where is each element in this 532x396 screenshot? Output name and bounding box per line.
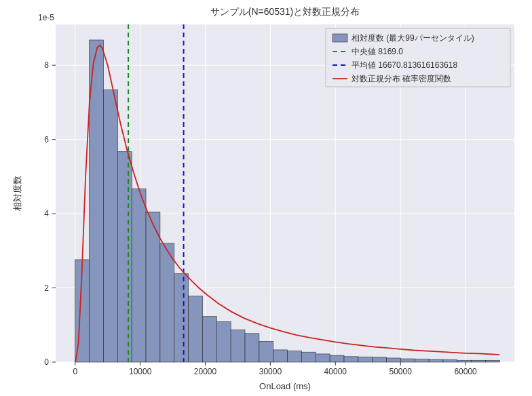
histogram-bar — [301, 352, 316, 362]
histogram-bar — [486, 360, 500, 362]
x-tick-label: 20000 — [194, 367, 217, 376]
legend-label-hist: 相対度数 (最大99パーセンタイル) — [352, 33, 474, 43]
histogram-bar — [415, 359, 429, 362]
histogram-bar — [259, 341, 273, 362]
y-tick-label: 4 — [44, 209, 49, 218]
y-tick-label: 6 — [44, 135, 49, 144]
histogram-bar — [216, 321, 231, 362]
histogram-bar — [189, 296, 203, 362]
x-tick-label: 0 — [73, 367, 77, 376]
histogram-bar — [202, 317, 216, 362]
histogram-bar — [103, 90, 117, 362]
legend-label-pdf: 対数正規分布 確率密度関数 — [352, 74, 451, 83]
x-axis-title: OnLoad (ms) — [259, 381, 311, 391]
y-tick-label: 0 — [44, 357, 49, 367]
histogram-bar — [443, 360, 457, 362]
histogram-bar — [344, 357, 358, 362]
histogram-bar — [457, 360, 472, 362]
legend-label-median: 中央値 8169.0 — [352, 47, 403, 56]
histogram-bar — [472, 360, 486, 362]
histogram-bar — [273, 350, 288, 362]
histogram-bar — [245, 334, 259, 362]
x-tick-label: 40000 — [324, 367, 347, 376]
y-axis-title: 相対度数 — [12, 176, 22, 211]
chart-container: 0100002000030000400005000060000024681e-5… — [0, 0, 532, 396]
histogram-bar — [387, 358, 401, 362]
x-tick-label: 30000 — [259, 367, 282, 376]
histogram-bar — [160, 243, 174, 362]
legend-label-mean: 平均値 16670.813616163618 — [352, 60, 457, 70]
histogram-bar — [231, 330, 245, 362]
legend-swatch-hist — [332, 34, 347, 42]
histogram-bar — [373, 357, 387, 362]
histogram-bar — [358, 357, 373, 362]
y-tick-label: 2 — [44, 283, 49, 293]
histogram-bar — [330, 355, 344, 362]
x-tick-label: 60000 — [454, 367, 477, 376]
y-tick-label: 8 — [44, 60, 49, 70]
histogram-bar — [174, 274, 189, 362]
chart-title: サンプル(N=60531)と対数正規分布 — [210, 6, 360, 17]
x-tick-label: 10000 — [129, 367, 152, 376]
chart-svg: 0100002000030000400005000060000024681e-5… — [0, 0, 532, 396]
histogram-bar — [132, 189, 146, 362]
histogram-bar — [117, 152, 132, 362]
histogram-bar — [316, 354, 330, 362]
histogram-bar — [429, 359, 443, 362]
histogram-bar — [288, 351, 302, 362]
y-exponent-label: 1e-5 — [38, 13, 54, 22]
x-tick-label: 50000 — [390, 367, 413, 376]
histogram-bar — [400, 359, 415, 362]
